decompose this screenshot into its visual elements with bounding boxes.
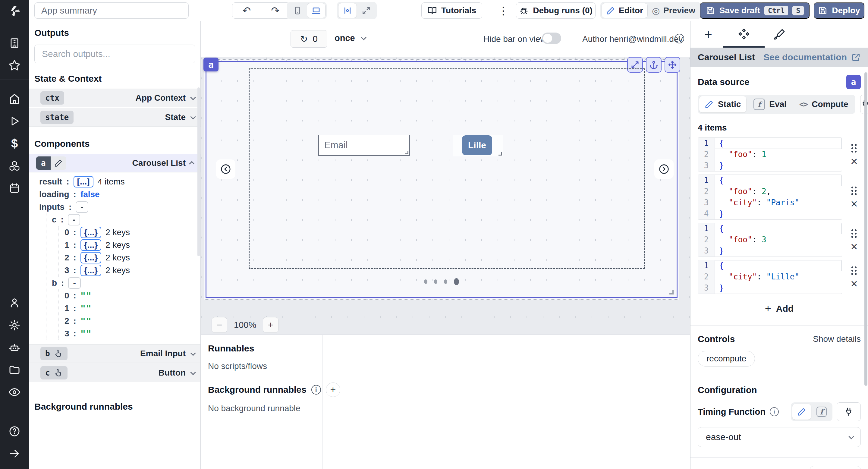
component-b-row[interactable]: b Email Input (29, 344, 200, 363)
carousel-item-dropzone[interactable] (249, 68, 645, 269)
timing-function-select[interactable]: ease-out (698, 427, 861, 447)
component-b-badge: b (40, 347, 67, 360)
refresh-count-button[interactable]: ↻ 0 (290, 30, 327, 48)
windmill-logo-icon[interactable] (7, 4, 22, 18)
folders-icon[interactable] (0, 359, 29, 381)
json-code-editor[interactable]: 1{2 "foo": 33} (698, 223, 842, 257)
add-item-button[interactable]: + Add (765, 302, 794, 315)
delete-item-button[interactable]: × (850, 279, 858, 288)
search-outputs-input[interactable] (34, 44, 195, 63)
expand-object-pill[interactable]: {...} (81, 264, 101, 276)
selection-id-badge[interactable]: a (204, 58, 218, 71)
see-documentation-link[interactable]: See documentation (764, 52, 861, 62)
debug-runs-button[interactable]: Debug runs (0) (516, 2, 595, 19)
info-icon[interactable]: i (311, 385, 321, 395)
static-mode-button[interactable] (792, 404, 811, 419)
schedule-dropdown[interactable]: once (335, 33, 365, 43)
help-icon[interactable] (0, 420, 29, 442)
right-panel-scrollbar[interactable] (864, 72, 867, 386)
recompute-chip[interactable]: recompute (698, 351, 755, 367)
drag-handle-icon[interactable] (851, 144, 858, 153)
resources-boxes-icon[interactable] (0, 155, 29, 177)
workspace-icon[interactable] (0, 32, 29, 54)
component-c-row[interactable]: c Button (29, 364, 200, 382)
preview-tab[interactable]: ◎ Preview (648, 3, 700, 18)
collapse-rail-arrow-icon[interactable] (0, 442, 29, 465)
anchor-component-button[interactable] (646, 57, 661, 73)
delete-item-button[interactable]: × (850, 242, 858, 251)
carousel-dot[interactable] (434, 279, 437, 284)
add-background-runnable-button[interactable]: + (326, 382, 340, 397)
zoom-out-button[interactable]: − (212, 317, 227, 333)
redo-button[interactable]: ↷ (261, 2, 290, 19)
move-component-button[interactable] (664, 57, 680, 73)
show-styling-button[interactable]: Show (810, 466, 861, 469)
app-container[interactable]: a (204, 59, 679, 300)
canvas-area[interactable]: a (201, 57, 690, 335)
selection-resize-handle[interactable] (670, 290, 674, 294)
rename-pencil-icon[interactable] (51, 156, 66, 170)
center-content-button[interactable] (338, 3, 357, 18)
left-panel-scrollbar[interactable] (197, 87, 200, 256)
tutorials-button[interactable]: Tutorials (421, 2, 482, 19)
drag-handle-icon[interactable] (851, 229, 858, 238)
variables-dollar-icon[interactable]: $ (0, 132, 29, 155)
workers-robot-icon[interactable] (0, 336, 29, 359)
runs-play-icon[interactable] (0, 110, 29, 132)
app-summary-input[interactable] (34, 2, 189, 19)
delete-item-button[interactable]: × (850, 199, 858, 208)
save-draft-button[interactable]: Save draft Ctrl S (700, 2, 809, 19)
component-a-row[interactable]: a Carousel List (29, 154, 200, 173)
styling-tab[interactable] (762, 21, 797, 48)
audit-eye-icon[interactable] (0, 381, 29, 403)
desktop-view-button[interactable] (307, 3, 326, 18)
carousel-next-button[interactable] (654, 159, 674, 179)
zoom-in-button[interactable]: + (263, 317, 278, 333)
expand-object-pill[interactable]: {...} (81, 252, 101, 263)
editor-tab[interactable]: Editor (601, 3, 648, 18)
expand-object-pill[interactable]: {...} (81, 239, 101, 251)
compute-mode-button[interactable]: <> Compute (794, 96, 854, 113)
collapse-pill[interactable]: - (76, 201, 88, 213)
json-code-editor[interactable]: 1{2 "foo": 13} (698, 137, 842, 171)
favorites-star-icon[interactable] (0, 54, 29, 76)
deploy-button[interactable]: Deploy (814, 2, 864, 19)
expand-object-pill[interactable]: {...} (81, 227, 101, 238)
json-code-editor[interactable]: 1{2 "city": "Lille"3} (698, 260, 842, 294)
carousel-dot-active[interactable] (454, 278, 459, 285)
settings-tab[interactable] (726, 21, 762, 48)
email-input-component[interactable]: Email (318, 135, 410, 156)
eval-mode-button[interactable]: f Eval (748, 96, 792, 113)
ctx-row[interactable]: ctx App Context (29, 89, 200, 107)
show-details-link[interactable]: Show details (813, 334, 861, 344)
eval-mode-button[interactable]: f (812, 404, 831, 419)
state-row[interactable]: state State (29, 108, 200, 127)
hide-bar-toggle[interactable] (542, 33, 561, 44)
schedules-calendar-icon[interactable] (0, 177, 29, 199)
info-icon[interactable]: i (770, 407, 779, 416)
collapse-pill[interactable]: - (68, 214, 80, 225)
info-icon[interactable]: i (675, 34, 684, 43)
insert-component-tab[interactable]: + (690, 21, 726, 48)
expand-array-pill[interactable]: [...] (73, 176, 93, 187)
resize-corner-icon[interactable] (405, 151, 408, 154)
drag-handle-icon[interactable] (851, 266, 858, 275)
carousel-prev-button[interactable] (216, 159, 236, 179)
fullscreen-button[interactable] (357, 3, 375, 18)
home-icon[interactable] (0, 88, 29, 110)
carousel-dot[interactable] (444, 279, 447, 284)
carousel-dot[interactable] (424, 279, 427, 284)
delete-item-button[interactable]: × (850, 157, 858, 166)
resize-corner-icon[interactable] (498, 152, 502, 156)
more-options-kebab[interactable]: ⋮ (497, 2, 510, 19)
static-mode-button[interactable]: Static (699, 96, 746, 113)
json-code-editor[interactable]: 1{2 "foo": 2,3 "city": "Paris"4} (698, 175, 842, 220)
drag-handle-icon[interactable] (851, 186, 858, 195)
undo-button[interactable]: ↶ (232, 2, 261, 19)
settings-gear-icon[interactable] (0, 314, 29, 336)
button-component[interactable]: Lille (462, 135, 492, 155)
mobile-view-button[interactable] (288, 3, 307, 18)
user-icon[interactable] (0, 292, 29, 314)
connect-plug-button[interactable] (837, 402, 861, 421)
collapse-pill[interactable]: - (68, 277, 81, 289)
